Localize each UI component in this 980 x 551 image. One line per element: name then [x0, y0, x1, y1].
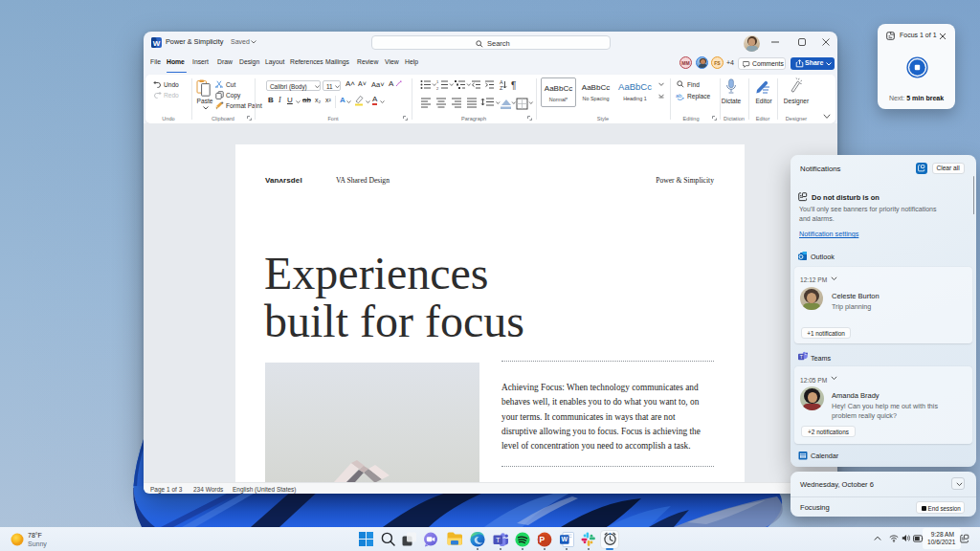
- svg-text:ab: ab: [676, 93, 682, 99]
- svg-text:T: T: [800, 354, 803, 360]
- svg-text:P: P: [539, 535, 545, 544]
- svg-text:Z: Z: [500, 85, 503, 91]
- svg-text:W: W: [561, 536, 568, 542]
- svg-text:W: W: [152, 39, 160, 48]
- svg-text:T: T: [496, 535, 501, 543]
- svg-text:2: 2: [436, 86, 439, 91]
- svg-text:1: 1: [436, 79, 439, 84]
- svg-text:¶: ¶: [511, 80, 516, 91]
